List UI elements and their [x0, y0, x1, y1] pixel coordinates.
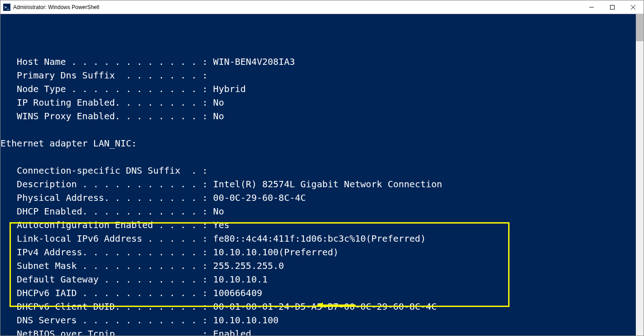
terminal-line: Link-local IPv6 Address . . . . . : fe80…	[0, 232, 636, 245]
terminal-line: Physical Address. . . . . . . . . : 00-0…	[0, 191, 636, 205]
terminal-line: Subnet Mask . . . . . . . . . . . : 255.…	[0, 259, 636, 273]
vertical-scrollbar[interactable]	[636, 14, 644, 336]
terminal-line	[0, 123, 636, 136]
terminal-line: NetBIOS over Tcpip. . . . . . . . : Enab…	[0, 327, 636, 336]
window-titlebar: >_ Administrator: Windows PowerShell	[0, 0, 644, 14]
terminal-output[interactable]: Host Name . . . . . . . . . . . . : WIN-…	[0, 14, 644, 336]
maximize-button[interactable]	[602, 0, 623, 14]
svg-rect-1	[610, 5, 615, 9]
terminal-line: Host Name . . . . . . . . . . . . : WIN-…	[0, 55, 636, 68]
terminal-line: Connection-specific DNS Suffix . :	[0, 164, 636, 177]
terminal-line: IPv4 Address. . . . . . . . . . . : 10.1…	[0, 245, 636, 259]
terminal-line: DHCPv6 IAID . . . . . . . . . . . : 1006…	[0, 286, 636, 300]
powershell-icon: >_	[3, 4, 10, 11]
terminal-line: DHCPv6 Client DUID. . . . . . . . : 00-0…	[0, 300, 636, 313]
terminal-line: WINS Proxy Enabled. . . . . . . . : No	[0, 109, 636, 123]
window-controls	[581, 0, 644, 14]
terminal-line: Default Gateway . . . . . . . . . : 10.1…	[0, 273, 636, 286]
terminal-line: Description . . . . . . . . . . . : Inte…	[0, 177, 636, 191]
terminal-line: Autoconfiguration Enabled . . . . : Yes	[0, 218, 636, 232]
terminal-line: IP Routing Enabled. . . . . . . . : No	[0, 96, 636, 109]
minimize-button[interactable]	[581, 0, 602, 14]
window-title: Administrator: Windows PowerShell	[13, 4, 581, 10]
terminal-line: Ethernet adapter LAN_NIC:	[0, 136, 636, 150]
terminal-line: Primary Dns Suffix . . . . . . . :	[0, 68, 636, 82]
scrollbar-thumb[interactable]	[636, 14, 644, 41]
terminal-line: DNS Servers . . . . . . . . . . . : 10.1…	[0, 313, 636, 327]
terminal-line	[0, 41, 636, 55]
terminal-line	[0, 150, 636, 164]
terminal-line: DHCP Enabled. . . . . . . . . . . : No	[0, 205, 636, 218]
terminal-line: Node Type . . . . . . . . . . . . : Hybr…	[0, 82, 636, 96]
close-button[interactable]	[623, 0, 644, 14]
